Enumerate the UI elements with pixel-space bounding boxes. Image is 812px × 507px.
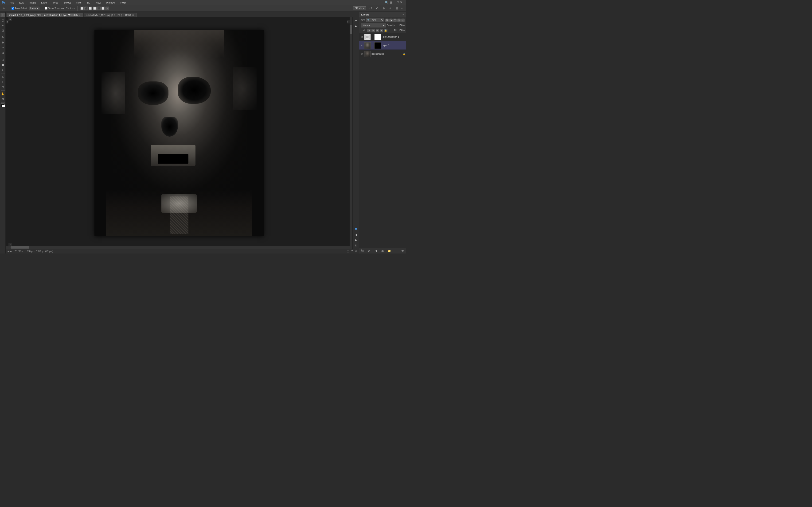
menu-edit[interactable]: Edit bbox=[18, 1, 25, 4]
brush-tool[interactable]: ✏ bbox=[0, 45, 5, 50]
move-tool-icon[interactable]: ✛ bbox=[1, 6, 6, 11]
show-transform-checkbox[interactable] bbox=[45, 7, 47, 10]
type-filter-icon[interactable]: T bbox=[393, 18, 397, 22]
rotate-icon[interactable]: ↺ bbox=[368, 6, 373, 11]
tab-main-close[interactable]: ✕ bbox=[79, 14, 81, 16]
shape-filter-icon[interactable]: □ bbox=[397, 18, 401, 22]
text-icon[interactable]: A bbox=[354, 238, 358, 242]
canvas-scroll-right[interactable]: ► bbox=[347, 20, 350, 23]
workspace-icon[interactable]: ⊞ bbox=[390, 1, 393, 4]
status-icon-3[interactable]: ⊞ bbox=[355, 250, 357, 252]
lock-position-icon[interactable]: ✛ bbox=[376, 29, 379, 32]
layer-new-icon[interactable]: + bbox=[394, 249, 398, 253]
stamp-tool[interactable]: ⊞ bbox=[0, 50, 5, 55]
lock-transparent-icon[interactable]: ⊡ bbox=[367, 29, 370, 32]
align-center-h-icon[interactable]: ⬛ bbox=[84, 7, 88, 10]
tab-skull-close[interactable]: ✕ bbox=[132, 14, 134, 16]
shape-tool[interactable]: □ bbox=[0, 85, 5, 90]
menu-file[interactable]: File bbox=[9, 1, 15, 4]
gradient-tool[interactable]: ◼ bbox=[0, 62, 5, 67]
lasso-tool[interactable]: ⌐ bbox=[0, 23, 5, 28]
lock-artboard-icon[interactable]: ⊞ bbox=[380, 29, 383, 32]
hand-tool[interactable]: ✋ bbox=[0, 92, 5, 96]
menu-image[interactable]: Image bbox=[28, 1, 37, 4]
status-prev[interactable]: ◀ bbox=[7, 250, 9, 252]
status-next[interactable]: ▶ bbox=[10, 250, 12, 252]
canvas-scroll-down[interactable]: ▼ bbox=[8, 243, 12, 246]
canvas-scroll-left[interactable]: ◄ bbox=[6, 20, 8, 23]
window-minimize[interactable]: ─ bbox=[394, 1, 396, 4]
layer-link-icon[interactable]: ⛓ bbox=[360, 249, 365, 253]
smart-filter-icon[interactable]: ♦ bbox=[401, 18, 405, 22]
layers-menu-icon[interactable]: ≡ bbox=[402, 13, 404, 16]
menu-view[interactable]: View bbox=[94, 1, 102, 4]
align-bottom-icon[interactable]: ⬜ bbox=[101, 7, 105, 10]
horizontal-scrollbar[interactable] bbox=[6, 246, 350, 249]
extra-icon[interactable]: ⊞ bbox=[395, 6, 399, 11]
layer-adjustment-icon[interactable]: ◐ bbox=[380, 249, 385, 253]
layer-folder-icon[interactable]: 📁 bbox=[387, 249, 392, 253]
crop-tool[interactable]: ⊡ bbox=[0, 28, 5, 33]
hue-sat-visibility-icon[interactable]: 👁 bbox=[360, 36, 363, 39]
layer-mask-icon[interactable]: ◑ bbox=[374, 249, 378, 253]
layer-item-background[interactable]: 👁 Background 🔒 bbox=[359, 50, 406, 58]
3d-mode-button[interactable]: 3D Mode bbox=[353, 6, 366, 10]
layers-icon[interactable]: ☰ bbox=[354, 227, 358, 232]
pixel-filter-icon[interactable]: ⊞ bbox=[385, 18, 389, 22]
blend-mode-select[interactable]: Normal bbox=[361, 23, 386, 27]
adjustments-icon[interactable]: ◑ bbox=[354, 232, 358, 237]
ruler-icon[interactable]: ⊕ bbox=[381, 6, 386, 11]
bg-visibility-icon[interactable]: 👁 bbox=[360, 52, 363, 56]
canvas-scroll-up[interactable]: ▲ bbox=[8, 17, 12, 21]
move-tool[interactable]: ✛ bbox=[0, 13, 5, 17]
lock-pixels-icon[interactable]: ✎ bbox=[371, 29, 375, 32]
selection-tool[interactable]: ⬚ bbox=[0, 18, 5, 22]
menu-type[interactable]: Type bbox=[52, 1, 59, 4]
eraser-tool[interactable]: ◻ bbox=[0, 57, 5, 62]
tab-skull-image[interactable]: skull-765477_1920.jpg @ 33,3% (RGB/8#) ✕ bbox=[84, 13, 137, 17]
menu-filter[interactable]: Filter bbox=[75, 1, 83, 4]
search-icon[interactable]: 🔍 bbox=[385, 1, 389, 4]
align-top-icon[interactable]: ⬜ bbox=[93, 7, 97, 10]
foreground-color[interactable] bbox=[1, 104, 5, 107]
align-right-icon[interactable]: ⬜ bbox=[89, 7, 92, 10]
heal-tool[interactable]: ⊕ bbox=[0, 40, 5, 45]
window-maximize[interactable]: □ bbox=[397, 1, 399, 4]
distribute-icon[interactable]: ≡ bbox=[105, 7, 109, 10]
collapse-panel-icon[interactable]: ≫ bbox=[354, 18, 358, 23]
menu-help[interactable]: Help bbox=[119, 1, 126, 4]
more-options-button[interactable]: ··· bbox=[401, 7, 405, 10]
horizontal-scroll-thumb[interactable] bbox=[11, 246, 30, 248]
layer-item-hue-saturation[interactable]: 👁 ⛓ Hue/Saturat bbox=[359, 33, 406, 41]
layer-item-layer1[interactable]: 👁 ⛓ Layer 1 bbox=[359, 41, 406, 50]
adj-filter-icon[interactable]: ◑ bbox=[389, 18, 393, 22]
path-tool[interactable]: ⌂ bbox=[0, 74, 5, 79]
menu-select[interactable]: Select bbox=[63, 1, 72, 4]
lock-all-icon[interactable]: 🔒 bbox=[384, 29, 388, 32]
align-left-icon[interactable]: ⬜ bbox=[80, 7, 84, 10]
eyedropper-tool[interactable]: ✎ bbox=[0, 35, 5, 40]
menu-layer[interactable]: Layer bbox=[40, 1, 49, 4]
paragraph-icon[interactable]: ¶ bbox=[354, 243, 358, 248]
layer1-visibility-icon[interactable]: 👁 bbox=[360, 44, 363, 47]
show-transform-checkbox-group[interactable]: Show Transform Controls bbox=[45, 7, 75, 10]
vertical-scroll-thumb[interactable] bbox=[350, 25, 352, 34]
canvas-area[interactable]: ▲ ▼ ◄ ► bbox=[6, 17, 352, 249]
text-tool[interactable]: T bbox=[0, 79, 5, 84]
auto-select-checkbox-group[interactable]: Auto-Select bbox=[11, 7, 27, 10]
zoom-tool[interactable]: ⊕ bbox=[0, 97, 5, 101]
history-icon[interactable]: ↶ bbox=[375, 6, 379, 11]
layer-dropdown[interactable]: Layer ▾ bbox=[29, 7, 40, 10]
align-middle-v-icon[interactable]: ⬛ bbox=[97, 7, 101, 10]
dodge-tool[interactable]: ○ bbox=[0, 68, 5, 72]
menu-3d[interactable]: 3D bbox=[86, 1, 91, 4]
status-icon-1[interactable]: ⬚ bbox=[347, 250, 349, 252]
layer-fx-icon[interactable]: fx bbox=[367, 249, 371, 253]
tab-main-image[interactable]: man-852766_1920.jpg @ 71% (Hue/Saturatio… bbox=[7, 13, 83, 17]
play-icon[interactable]: ▶ bbox=[354, 24, 358, 29]
layer-delete-icon[interactable]: 🗑 bbox=[401, 249, 405, 253]
vertical-scrollbar[interactable] bbox=[350, 17, 352, 249]
window-close[interactable]: ✕ bbox=[400, 1, 402, 4]
measure-icon[interactable]: ⤢ bbox=[388, 6, 393, 11]
status-icon-2[interactable]: ☰ bbox=[351, 250, 353, 252]
